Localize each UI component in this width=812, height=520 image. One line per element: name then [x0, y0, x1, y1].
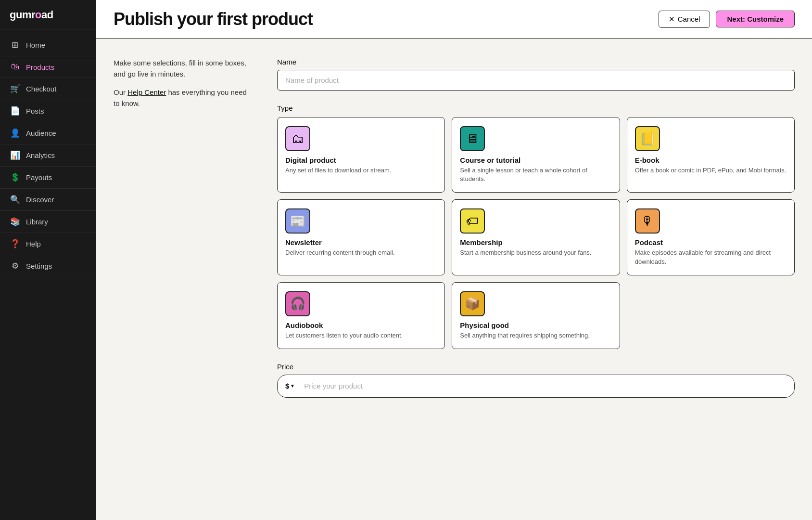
analytics-icon: 📊: [10, 150, 20, 160]
sidebar: gumroad ⊞ Home 🛍 Products 🛒 Checkout 📄 P…: [0, 0, 96, 520]
price-label: Price: [277, 363, 795, 371]
type-desc-audiobook: Let customers listen to your audio conte…: [285, 331, 437, 340]
currency-chevron-icon: ▾: [291, 383, 294, 389]
currency-symbol: $: [285, 382, 289, 390]
type-card-course[interactable]: 🖥 Course or tutorial Sell a single lesso…: [452, 117, 620, 193]
course-icon: 🖥: [460, 126, 485, 151]
sidebar-item-help[interactable]: ❓ Help: [0, 233, 96, 255]
price-section: Price $ ▾: [277, 363, 795, 398]
logo-area: gumroad: [0, 0, 96, 29]
library-icon: 📚: [10, 217, 20, 227]
type-card-digital[interactable]: 🗂 Digital product Any set of files to do…: [277, 117, 445, 193]
sidebar-label-help: Help: [26, 240, 41, 248]
type-name-audiobook: Audiobook: [285, 321, 437, 329]
topbar-actions: ✕ Cancel Next: Customize: [659, 11, 795, 28]
currency-selector[interactable]: $ ▾: [285, 382, 299, 390]
name-label: Name: [277, 58, 795, 66]
newsletter-icon: 📰: [285, 208, 310, 234]
page-title: Publish your first product: [114, 9, 313, 29]
type-card-audiobook[interactable]: 🎧 Audiobook Let customers listen to your…: [277, 282, 445, 349]
sidebar-label-audience: Audience: [26, 129, 56, 137]
type-name-course: Course or tutorial: [460, 156, 611, 164]
sidebar-label-payouts: Payouts: [26, 173, 52, 182]
digital-icon: 🗂: [285, 126, 310, 151]
left-panel: Make some selections, fill in some boxes…: [114, 58, 248, 398]
sidebar-label-checkout: Checkout: [26, 85, 56, 93]
sidebar-item-library[interactable]: 📚 Library: [0, 211, 96, 233]
audiobook-icon: 🎧: [285, 291, 310, 316]
help-center-link[interactable]: Help Center: [127, 88, 166, 96]
type-grid-last: 🎧 Audiobook Let customers listen to your…: [277, 282, 795, 349]
sidebar-item-products[interactable]: 🛍 Products: [0, 56, 96, 78]
next-label: Next: Customize: [727, 15, 784, 23]
content-area: Make some selections, fill in some boxes…: [96, 39, 812, 427]
name-input[interactable]: [277, 70, 795, 91]
cancel-label: Cancel: [678, 15, 700, 23]
type-name-digital: Digital product: [285, 156, 437, 164]
sidebar-label-posts: Posts: [26, 107, 44, 115]
home-icon: ⊞: [10, 40, 20, 50]
next-button[interactable]: Next: Customize: [716, 11, 795, 27]
type-desc-membership: Start a membership business around your …: [460, 248, 611, 257]
settings-icon: ⚙: [10, 261, 20, 271]
cancel-button[interactable]: ✕ Cancel: [659, 11, 710, 28]
type-name-ebook: E-book: [635, 156, 787, 164]
sidebar-label-analytics: Analytics: [26, 151, 55, 159]
right-panel: Name Type 🗂 Digital product Any set of f…: [277, 58, 795, 398]
intro-help-text: Our Help Center has everything you need …: [114, 87, 248, 109]
type-name-membership: Membership: [460, 238, 611, 247]
nav-items: ⊞ Home 🛍 Products 🛒 Checkout 📄 Posts 👤 A…: [0, 29, 96, 520]
audience-icon: 👤: [10, 128, 20, 138]
podcast-icon: 🎙: [635, 208, 660, 234]
type-label: Type: [277, 104, 795, 112]
sidebar-item-audience[interactable]: 👤 Audience: [0, 122, 96, 144]
sidebar-item-settings[interactable]: ⚙ Settings: [0, 255, 96, 277]
sidebar-label-products: Products: [26, 63, 54, 71]
discover-icon: 🔍: [10, 195, 20, 205]
sidebar-item-analytics[interactable]: 📊 Analytics: [0, 144, 96, 167]
type-name-newsletter: Newsletter: [285, 238, 437, 247]
sidebar-label-home: Home: [26, 41, 45, 49]
help-icon: ❓: [10, 239, 20, 249]
type-desc-digital: Any set of files to download or stream.: [285, 166, 437, 175]
type-card-ebook[interactable]: 📒 E-book Offer a book or comic in PDF, e…: [627, 117, 795, 193]
products-icon: 🛍: [10, 62, 20, 72]
sidebar-item-discover[interactable]: 🔍 Discover: [0, 189, 96, 211]
type-section: Type 🗂 Digital product Any set of files …: [277, 104, 795, 349]
sidebar-item-checkout[interactable]: 🛒 Checkout: [0, 78, 96, 100]
type-grid: 🗂 Digital product Any set of files to do…: [277, 117, 795, 275]
posts-icon: 📄: [10, 106, 20, 116]
sidebar-label-settings: Settings: [26, 262, 52, 270]
type-name-podcast: Podcast: [635, 238, 787, 247]
main-panel: Publish your first product ✕ Cancel Next…: [96, 0, 812, 520]
price-input[interactable]: [304, 382, 787, 390]
sidebar-item-posts[interactable]: 📄 Posts: [0, 100, 96, 122]
payouts-icon: 💲: [10, 172, 20, 182]
sidebar-label-library: Library: [26, 218, 48, 226]
membership-icon: 🏷: [460, 208, 485, 234]
physical-icon: 📦: [460, 291, 485, 316]
type-card-podcast[interactable]: 🎙 Podcast Make episodes available for st…: [627, 199, 795, 275]
checkout-icon: 🛒: [10, 84, 20, 94]
type-desc-ebook: Offer a book or comic in PDF, ePub, and …: [635, 166, 787, 175]
logo: gumroad: [10, 9, 87, 21]
cancel-icon: ✕: [669, 15, 675, 24]
type-desc-newsletter: Deliver recurring content through email.: [285, 248, 437, 257]
type-card-newsletter[interactable]: 📰 Newsletter Deliver recurring content t…: [277, 199, 445, 275]
type-desc-course: Sell a single lesson or teach a whole co…: [460, 166, 611, 183]
type-desc-physical: Sell anything that requires shipping som…: [460, 331, 611, 340]
sidebar-item-home[interactable]: ⊞ Home: [0, 34, 96, 56]
type-card-physical[interactable]: 📦 Physical good Sell anything that requi…: [452, 282, 620, 349]
sidebar-item-payouts[interactable]: 💲 Payouts: [0, 167, 96, 189]
intro-text: Make some selections, fill in some boxes…: [114, 58, 248, 79]
type-name-physical: Physical good: [460, 321, 611, 329]
topbar: Publish your first product ✕ Cancel Next…: [96, 0, 812, 39]
name-field-group: Name: [277, 58, 795, 91]
type-card-membership[interactable]: 🏷 Membership Start a membership business…: [452, 199, 620, 275]
price-input-row: $ ▾: [277, 375, 795, 398]
ebook-icon: 📒: [635, 126, 660, 151]
type-desc-podcast: Make episodes available for streaming an…: [635, 248, 787, 266]
sidebar-label-discover: Discover: [26, 195, 54, 204]
